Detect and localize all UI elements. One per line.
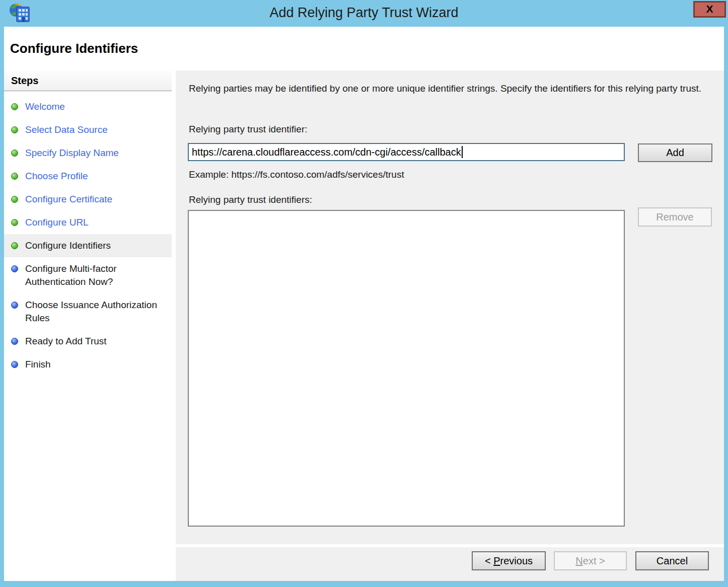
sidebar-step-ready-to-add-trust: Ready to Add Trust (4, 330, 172, 353)
intro-text: Relying parties may be identified by one… (189, 82, 707, 96)
steps-list: WelcomeSelect Data SourceSpecify Display… (4, 91, 172, 376)
cancel-button[interactable]: Cancel (635, 551, 709, 570)
step-complete-icon (11, 126, 18, 133)
identifier-label: Relying party trust identifier: (189, 124, 308, 135)
step-pending-icon (11, 338, 18, 345)
identifiers-listbox[interactable] (188, 210, 625, 527)
sidebar-step-configure-identifiers: Configure Identifiers (4, 234, 172, 257)
step-complete-icon (11, 103, 18, 110)
step-label: Configure Certificate (25, 194, 112, 204)
remove-button[interactable]: Remove (638, 207, 712, 227)
page-header: Configure Identifiers (4, 27, 724, 70)
add-button[interactable]: Add (638, 143, 712, 162)
step-complete-icon (11, 242, 18, 249)
sidebar-step-specify-display-name[interactable]: Specify Display Name (4, 141, 172, 165)
sidebar-step-choose-issuance-authorization-rules: Choose Issuance Authorization Rules (4, 293, 172, 330)
sidebar-step-configure-certificate[interactable]: Configure Certificate (4, 188, 172, 211)
step-label: Configure Multi-factor Authentication No… (25, 263, 117, 287)
page-title: Configure Identifiers (10, 27, 138, 70)
close-icon: X (706, 3, 713, 15)
step-label: Configure Identifiers (25, 240, 111, 251)
sidebar-step-configure-url[interactable]: Configure URL (4, 211, 172, 234)
window-title: Add Relying Party Trust Wizard (0, 0, 728, 27)
identifier-input-value: https://carena.cloudflareaccess.com/cdn-… (192, 146, 461, 158)
title-bar: Add Relying Party Trust Wizard (0, 0, 728, 27)
step-complete-icon (11, 150, 18, 157)
example-text: Example: https://fs.contoso.com/adfs/ser… (189, 169, 404, 180)
step-complete-icon (11, 173, 18, 180)
next-button[interactable]: Next > (554, 551, 627, 570)
step-pending-icon (11, 361, 18, 368)
steps-sidebar: Steps WelcomeSelect Data SourceSpecify D… (4, 70, 172, 581)
step-pending-icon (11, 302, 18, 309)
identifier-input[interactable]: https://carena.cloudflareaccess.com/cdn-… (188, 143, 625, 161)
step-label: Choose Profile (25, 171, 88, 181)
footer-bar: < Previous Next > Cancel (176, 547, 724, 581)
step-complete-icon (11, 219, 18, 226)
text-caret (462, 146, 463, 158)
identifiers-list-label: Relying party trust identifiers: (189, 194, 312, 205)
step-label: Finish (25, 359, 51, 370)
main-panel: Relying parties may be identified by one… (176, 70, 724, 544)
close-button[interactable]: X (693, 1, 726, 18)
sidebar-step-configure-multi-factor-authentication-now: Configure Multi-factor Authentication No… (4, 257, 172, 293)
step-complete-icon (11, 196, 18, 203)
step-label: Ready to Add Trust (25, 336, 107, 346)
sidebar-step-welcome[interactable]: Welcome (4, 95, 172, 118)
previous-button[interactable]: < Previous (472, 551, 546, 570)
steps-header: Steps (4, 70, 172, 91)
step-label: Configure URL (25, 217, 89, 228)
step-label: Choose Issuance Authorization Rules (25, 300, 157, 323)
step-pending-icon (11, 265, 18, 272)
sidebar-step-choose-profile[interactable]: Choose Profile (4, 165, 172, 188)
adfs-app-icon (8, 3, 31, 24)
step-label: Select Data Source (25, 124, 108, 135)
sidebar-step-finish: Finish (4, 353, 172, 376)
step-label: Welcome (25, 101, 65, 112)
step-label: Specify Display Name (25, 148, 119, 158)
sidebar-step-select-data-source[interactable]: Select Data Source (4, 118, 172, 141)
